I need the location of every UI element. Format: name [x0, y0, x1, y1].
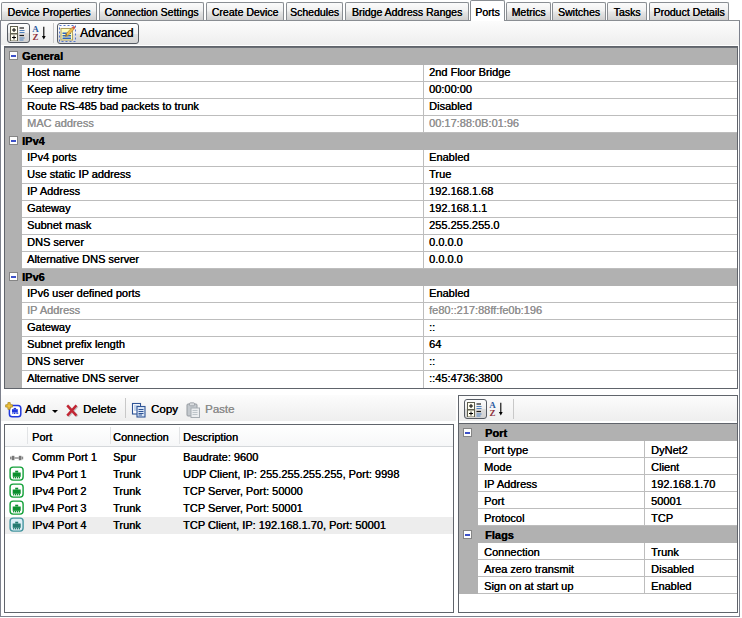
svg-text:Z: Z	[489, 408, 495, 418]
svg-text:Z: Z	[32, 32, 38, 42]
